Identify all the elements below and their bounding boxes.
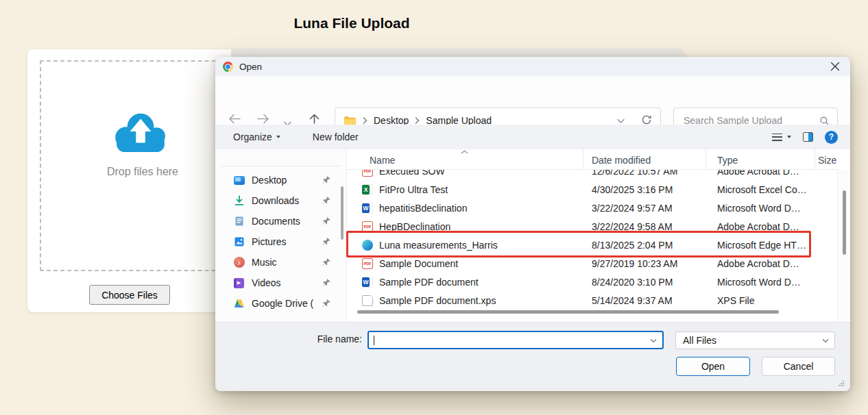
sidebar-item-label: Videos bbox=[252, 277, 281, 288]
table-row[interactable]: PDFHepBDeclination 3/22/2024 9:58 AM Ado… bbox=[347, 217, 839, 236]
sidebar-item-label: Google Drive ( bbox=[252, 298, 313, 309]
sidebar-item-label: Pictures bbox=[252, 236, 287, 247]
file-type-value: All Files bbox=[683, 335, 716, 346]
sidebar-item-label: Downloads bbox=[252, 195, 299, 206]
excel-icon: X bbox=[362, 184, 373, 195]
dialog-title: Open bbox=[239, 62, 262, 72]
column-headers: Name Date modified Type Size bbox=[347, 149, 839, 170]
file-type-select[interactable]: All Files bbox=[675, 331, 835, 349]
file-name: hepatitisBdeclination bbox=[379, 203, 467, 214]
help-icon[interactable]: ? bbox=[825, 131, 838, 144]
pin-icon[interactable] bbox=[322, 196, 331, 205]
sidebar-item-google-drive[interactable]: Google Drive ( bbox=[215, 293, 346, 314]
table-row[interactable]: WSample PDF document 8/24/2020 3:10 PM M… bbox=[347, 273, 839, 291]
table-row[interactable]: Sample PDF document.xps 5/14/2024 9:37 A… bbox=[347, 291, 839, 310]
organize-label: Organize bbox=[233, 131, 272, 142]
pictures-icon bbox=[233, 236, 245, 248]
file-date: 9/27/2019 10:23 AM bbox=[583, 258, 706, 269]
vertical-scrollbar-track[interactable] bbox=[837, 170, 850, 322]
open-button[interactable]: Open bbox=[676, 357, 750, 376]
open-file-dialog: Open bbox=[215, 57, 850, 391]
horizontal-scrollbar[interactable] bbox=[357, 310, 779, 314]
file-date: 4/30/2025 3:16 PM bbox=[583, 184, 706, 195]
column-header-type[interactable]: Type bbox=[706, 149, 815, 169]
page-background: Luna File Upload Drop files here Choose … bbox=[0, 0, 868, 415]
table-row[interactable]: XFitPro Ultra Test 4/30/2025 3:16 PM Mic… bbox=[347, 180, 839, 199]
column-header-size[interactable]: Size bbox=[815, 149, 839, 169]
sidebar-item-label: Desktop bbox=[252, 175, 287, 186]
file-date: 12/6/2022 10:57 AM bbox=[583, 170, 706, 177]
file-icon bbox=[362, 295, 373, 306]
chevron-down-icon bbox=[787, 136, 791, 138]
pdf-icon: PDF bbox=[362, 221, 373, 232]
sidebar-item-downloads[interactable]: Downloads bbox=[215, 190, 346, 211]
view-mode-button[interactable] bbox=[772, 134, 791, 141]
file-type: Adobe Acrobat D… bbox=[706, 170, 815, 177]
file-name-label: File name: bbox=[298, 334, 362, 344]
file-name: FitPro Ultra Test bbox=[379, 184, 448, 195]
background-strip bbox=[231, 49, 684, 57]
file-name-input[interactable] bbox=[374, 334, 647, 347]
sidebar-item-documents[interactable]: Documents bbox=[215, 211, 346, 231]
sidebar-item-label: Music bbox=[252, 257, 277, 268]
sidebar-scrollbar[interactable] bbox=[341, 186, 343, 240]
file-type: Adobe Acrobat D… bbox=[706, 258, 815, 269]
sidebar-item-pictures[interactable]: Pictures bbox=[215, 231, 346, 252]
dialog-navrow: Desktop Sample Upload bbox=[215, 76, 850, 125]
file-name: HepBDeclination bbox=[379, 221, 450, 232]
chrome-icon bbox=[223, 62, 233, 72]
sidebar-divider bbox=[221, 166, 341, 166]
file-name: Sample Document bbox=[379, 258, 458, 269]
pin-icon[interactable] bbox=[322, 299, 331, 307]
choose-files-button[interactable]: Choose Files bbox=[89, 285, 170, 305]
breadcrumb-chevron-icon bbox=[415, 117, 420, 124]
new-folder-button[interactable]: New folder bbox=[313, 131, 359, 142]
breadcrumb-chevron-icon bbox=[363, 117, 367, 124]
pin-icon[interactable] bbox=[322, 175, 331, 184]
table-row[interactable]: PDFExecuted SOW 12/6/2022 10:57 AM Adobe… bbox=[347, 170, 839, 180]
dialog-footer: File name: All Files Open Cancel bbox=[215, 322, 850, 391]
file-rows: PDFExecuted SOW 12/6/2022 10:57 AM Adobe… bbox=[347, 170, 839, 310]
table-row[interactable]: WhepatitisBdeclination 3/22/2024 9:57 AM… bbox=[347, 199, 839, 217]
resize-grip[interactable] bbox=[839, 381, 844, 386]
cloud-upload-icon bbox=[110, 110, 174, 156]
table-row[interactable]: PDFSample Document 9/27/2019 10:23 AM Ad… bbox=[347, 254, 839, 273]
list-view-icon bbox=[772, 134, 782, 141]
file-type: XPS File bbox=[706, 295, 815, 306]
edge-icon bbox=[362, 240, 373, 251]
downloads-icon bbox=[233, 195, 245, 207]
pin-icon[interactable] bbox=[322, 278, 331, 287]
sort-ascending-icon bbox=[461, 150, 468, 154]
sidebar: Desktop Downloads Documents bbox=[215, 149, 346, 322]
documents-icon bbox=[233, 216, 245, 227]
column-header-date-modified[interactable]: Date modified bbox=[583, 149, 706, 169]
sidebar-item-videos[interactable]: ▶ Videos bbox=[215, 273, 346, 293]
file-name: Sample PDF document.xps bbox=[379, 295, 496, 306]
chevron-down-icon[interactable] bbox=[650, 338, 657, 343]
file-type: Adobe Acrobat D… bbox=[706, 221, 815, 232]
pdf-icon: PDF bbox=[362, 258, 373, 269]
file-type: Microsoft Word D… bbox=[706, 277, 815, 288]
vertical-scrollbar-thumb[interactable] bbox=[843, 190, 846, 255]
dialog-titlebar: Open bbox=[215, 57, 850, 76]
word-icon: W bbox=[362, 277, 373, 288]
sidebar-item-music[interactable]: ♪ Music bbox=[215, 252, 346, 273]
pin-icon[interactable] bbox=[322, 237, 331, 246]
organize-menu[interactable]: Organize bbox=[233, 131, 280, 142]
pin-icon[interactable] bbox=[322, 216, 331, 225]
dialog-toolbar: Organize New folder ? bbox=[215, 125, 850, 149]
file-type: Microsoft Word D… bbox=[706, 203, 815, 214]
sidebar-item-desktop[interactable]: Desktop bbox=[215, 170, 346, 190]
sidebar-item-label: Documents bbox=[252, 216, 300, 227]
file-name: Luna measurements_Harris bbox=[379, 240, 498, 251]
file-date: 5/14/2024 9:37 AM bbox=[583, 295, 706, 306]
file-type: Microsoft Excel Co… bbox=[706, 184, 815, 195]
pdf-icon: PDF bbox=[362, 170, 373, 177]
table-row-highlighted[interactable]: Luna measurements_Harris 8/13/2025 2:04 … bbox=[347, 236, 839, 254]
preview-pane-icon[interactable] bbox=[803, 132, 813, 142]
close-icon[interactable] bbox=[830, 62, 840, 71]
pin-icon[interactable] bbox=[322, 257, 331, 266]
chevron-down-icon bbox=[276, 136, 280, 138]
desktop-icon bbox=[234, 176, 245, 185]
cancel-button[interactable]: Cancel bbox=[762, 357, 835, 376]
